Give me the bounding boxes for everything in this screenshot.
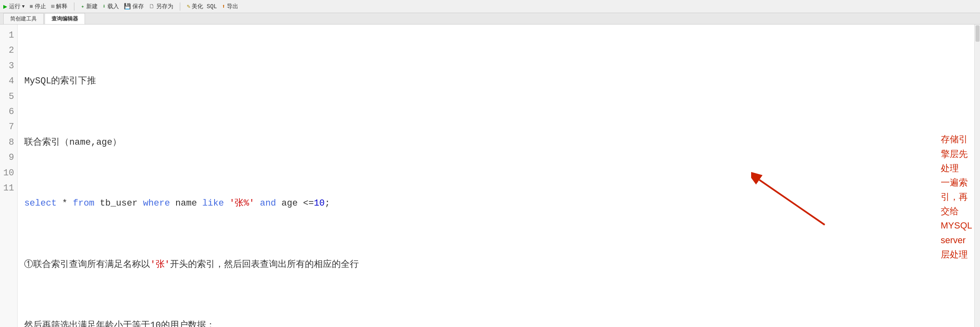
beautify-label: 美化 SQL xyxy=(192,3,217,10)
import-icon: ⬇ xyxy=(103,3,106,10)
annotation-line-2: 一遍索引，再交给 xyxy=(941,175,972,219)
export-button[interactable]: ⬆ 导出 xyxy=(222,3,238,10)
run-icon: ▶ xyxy=(3,2,7,11)
code-line-1: MySQL的索引下推 xyxy=(24,74,973,89)
line-num-11: 11 xyxy=(3,181,14,196)
line-numbers: 1 2 3 4 5 6 7 8 9 10 11 xyxy=(0,25,18,327)
save-icon: 💾 xyxy=(124,3,131,10)
line-num-10: 10 xyxy=(3,166,14,181)
run-button[interactable]: ▶ 运行 ▼ xyxy=(3,2,25,11)
new-label: 新建 xyxy=(86,3,98,10)
stop-label: 停止 xyxy=(35,3,46,10)
line-num-6: 6 xyxy=(3,104,14,119)
run-label: 运行 xyxy=(9,3,20,10)
annotation-line-1: 存储引擎层先处理 xyxy=(941,132,972,175)
save-button[interactable]: 💾 保存 xyxy=(124,3,144,10)
code-line-5: 然后再筛选出满足年龄小于等于10的用户数据； xyxy=(24,318,973,327)
export-label: 导出 xyxy=(227,3,238,10)
line-num-8: 8 xyxy=(3,135,14,150)
beautify-button[interactable]: ✎ 美化 SQL xyxy=(187,3,217,10)
import-label: 载入 xyxy=(107,3,119,10)
stop-button[interactable]: ■ 停止 xyxy=(29,3,46,10)
line-num-1: 1 xyxy=(3,28,14,43)
separator-1 xyxy=(74,2,74,11)
vertical-scrollbar[interactable] xyxy=(974,25,980,327)
new-button[interactable]: ✦ 新建 xyxy=(81,3,97,10)
explain-button[interactable]: ⊞ 解释 xyxy=(51,3,67,10)
line-num-9: 9 xyxy=(3,150,14,165)
explain-icon: ⊞ xyxy=(51,3,54,10)
new-icon: ✦ xyxy=(81,3,84,10)
tabs-bar: 简创建工具 查询编辑器 xyxy=(0,13,980,25)
separator-2 xyxy=(180,2,180,11)
code-line-2: 联合索引（name,age） xyxy=(24,135,973,150)
run-dropdown-icon[interactable]: ▼ xyxy=(22,4,25,9)
line-num-7: 7 xyxy=(3,119,14,134)
saveas-button[interactable]: 🗋 另存为 xyxy=(149,3,173,10)
line-num-4: 4 xyxy=(3,74,14,89)
export-icon: ⬆ xyxy=(222,3,225,10)
tab-create-tool[interactable]: 简创建工具 xyxy=(3,13,44,24)
line-num-5: 5 xyxy=(3,89,14,104)
svg-line-1 xyxy=(759,180,825,225)
code-line-4: ①联合索引查询所有满足名称以'张'开头的索引，然后回表查询出所有的相应的全行 xyxy=(24,257,973,272)
explain-label: 解释 xyxy=(56,3,67,10)
annotation-line-3: MYSQL server 层处理 xyxy=(941,218,972,262)
save-label: 保存 xyxy=(132,3,144,10)
scrollbar-thumb[interactable] xyxy=(976,25,980,42)
toolbar: ▶ 运行 ▼ ■ 停止 ⊞ 解释 ✦ 新建 ⬇ 载入 💾 保存 🗋 另存为 ✎ … xyxy=(0,0,980,13)
import-button[interactable]: ⬇ 载入 xyxy=(103,3,119,10)
line-num-2: 2 xyxy=(3,43,14,58)
code-editor[interactable]: MySQL的索引下推 联合索引（name,age） select * from … xyxy=(18,25,980,327)
annotation-text: 存储引擎层先处理 一遍索引，再交给 MYSQL server 层处理 xyxy=(941,132,972,262)
stop-icon: ■ xyxy=(29,3,33,10)
saveas-icon: 🗋 xyxy=(149,3,154,10)
tab-query-editor[interactable]: 查询编辑器 xyxy=(45,13,85,24)
annotation-arrow xyxy=(751,172,833,237)
saveas-label: 另存为 xyxy=(156,3,173,10)
line-num-3: 3 xyxy=(3,58,14,74)
editor-area: 1 2 3 4 5 6 7 8 9 10 11 MySQL的索引下推 联合索引（… xyxy=(0,25,980,327)
beautify-icon: ✎ xyxy=(187,3,190,10)
